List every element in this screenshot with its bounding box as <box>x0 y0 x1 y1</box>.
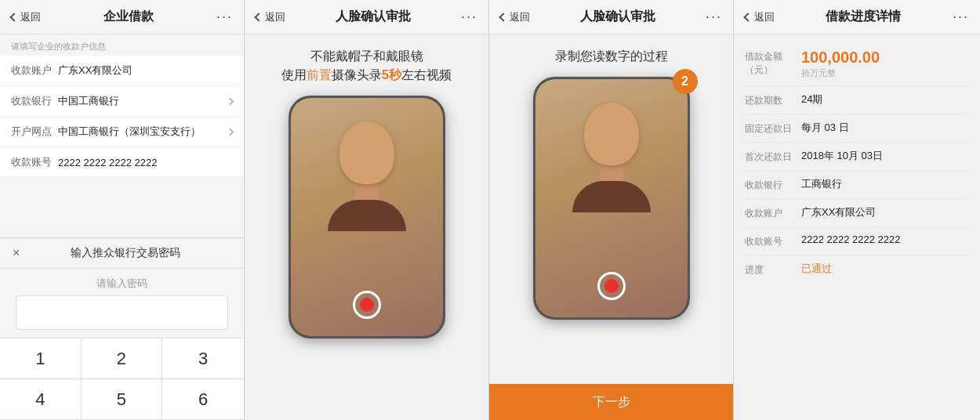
panel2-title: 人脸确认审批 <box>336 9 411 25</box>
label-acctno: 收款账号 <box>11 155 58 169</box>
face1-instr-time: 5秒 <box>382 68 401 81</box>
face1-instr-prefix: 使用 <box>281 68 307 81</box>
numpad-key-3[interactable]: 3 <box>162 339 244 379</box>
prog-row-periods: 还款期数 24期 <box>745 86 969 114</box>
panel4-back-label: 返回 <box>754 10 775 24</box>
value-account: 广东XX有限公司 <box>58 63 233 78</box>
prog-value-amount-wrapper: 100,000.00 拾万元整 <box>801 49 880 79</box>
panel1-header: 返回 企业借款 ··· <box>0 0 244 34</box>
prog-row-recv-acct: 收款账户 广东XX有限公司 <box>745 199 969 227</box>
face2-content: 录制您读数字的过程 2 <box>489 34 733 420</box>
panel1-back-btn[interactable]: 返回 <box>11 10 41 24</box>
numpad-key-2[interactable]: 2 <box>82 339 163 379</box>
panel1-dots[interactable]: ··· <box>216 9 233 25</box>
chevron-left-icon-4 <box>743 13 752 21</box>
prog-label-repay-date: 固定还款日 <box>745 121 801 136</box>
face-shoulders-2 <box>572 181 651 212</box>
face1-instruction-line2: 使用前置摄像头录5秒左右视频 <box>281 66 452 85</box>
pw-input-box[interactable] <box>16 295 228 330</box>
panel-enterprise-loan: 返回 企业借款 ··· 请填写企业的收款户信息 收款账户 广东XX有限公司 收款… <box>0 0 245 420</box>
numpad-key-6[interactable]: 6 <box>162 379 244 420</box>
record-button-2[interactable] <box>597 272 626 300</box>
face2-instruction: 录制您读数字的过程 <box>555 47 668 66</box>
panel3-header: 返回 人脸确认审批 ··· <box>489 0 733 34</box>
panel2-header: 返回 人脸确认审批 ··· <box>245 0 488 34</box>
prog-value-recv-bank: 工商银行 <box>801 177 969 191</box>
prog-value-repay-date: 每月 03 日 <box>801 121 969 135</box>
pw-hint: 请输入密码 <box>0 269 244 295</box>
arrow-icon-branch <box>227 128 234 136</box>
prog-row-recv-bank: 收款银行 工商银行 <box>745 171 969 199</box>
prog-row-first-repay: 首次还款日 2018年 10月 03日 <box>745 143 969 171</box>
panel4-header: 返回 借款进度详情 ··· <box>734 0 980 34</box>
panel2-back-btn[interactable]: 返回 <box>256 10 285 24</box>
face-head-1 <box>339 121 394 184</box>
value-bank: 中国工商银行 <box>58 94 227 108</box>
panel3-dots[interactable]: ··· <box>706 9 722 25</box>
chevron-left-icon-3 <box>499 13 507 21</box>
pw-close-btn[interactable]: × <box>13 246 20 260</box>
info-row-acctno: 收款账号 2222 2222 2222 2222 <box>0 147 244 178</box>
label-account: 收款账户 <box>11 63 58 78</box>
prog-label-recv-acct: 收款账户 <box>745 205 801 220</box>
next-step-btn[interactable]: 下一步 <box>489 384 733 420</box>
numpad-key-1[interactable]: 1 <box>0 339 82 379</box>
panel1-subtitle: 请填写企业的收款户信息 <box>0 34 244 56</box>
phone-screen-2 <box>535 79 688 317</box>
panel-face-2: 返回 人脸确认审批 ··· 录制您读数字的过程 <box>489 0 734 420</box>
face2-instruction-text: 录制您读数字的过程 <box>555 47 668 66</box>
face1-instr-mid: 摄像头录 <box>332 68 382 81</box>
face-silhouette-2 <box>576 103 647 193</box>
value-acctno: 2222 2222 2222 2222 <box>58 157 233 168</box>
numpad-key-5[interactable]: 5 <box>82 379 163 420</box>
prog-label-first-repay: 首次还款日 <box>745 149 801 164</box>
prog-row-status: 进度 已通过 <box>745 255 969 283</box>
chevron-left-icon-2 <box>254 13 263 21</box>
prog-label-recv-no: 收款账号 <box>745 234 801 248</box>
password-dialog: × 输入推众银行交易密码 请输入密码 1 2 3 4 5 6 <box>0 237 244 420</box>
panel3-back-btn[interactable]: 返回 <box>500 10 530 24</box>
chevron-left-icon <box>9 13 18 21</box>
record-btn-inner-1 <box>360 298 374 312</box>
record-button-1[interactable] <box>353 291 381 319</box>
panel4-dots[interactable]: ··· <box>953 9 969 25</box>
numpad: 1 2 3 4 5 6 <box>0 338 244 420</box>
phone-screen-1 <box>291 98 443 336</box>
panel3-back-label: 返回 <box>510 10 530 24</box>
panel4-back-btn[interactable]: 返回 <box>745 10 775 24</box>
info-row-account: 收款账户 广东XX有限公司 <box>0 56 244 86</box>
prog-label-status: 进度 <box>745 262 801 277</box>
info-row-branch[interactable]: 开户网点 中国工商银行（深圳宝安支行） <box>0 117 244 147</box>
label-branch: 开户网点 <box>11 125 58 139</box>
face1-instr-highlight: 前置 <box>307 68 332 81</box>
face-silhouette-1 <box>332 121 402 212</box>
phone-mockup-1 <box>289 96 445 339</box>
pw-dialog-title: 输入推众银行交易密码 <box>71 246 180 260</box>
pw-dialog-header: × 输入推众银行交易密码 <box>0 238 244 269</box>
phone-mockup-2 <box>533 77 690 320</box>
face-neck-2 <box>600 165 623 181</box>
panel3-title: 人脸确认审批 <box>580 9 655 25</box>
progress-content: 借款金额（元） 100,000.00 拾万元整 还款期数 24期 固定还款日 每… <box>734 34 980 291</box>
prog-row-recv-no: 收款账号 2222 2222 2222 2222 <box>745 227 969 255</box>
panel2-back-label: 返回 <box>265 10 285 24</box>
prog-value-periods: 24期 <box>801 92 969 107</box>
value-branch: 中国工商银行（深圳宝安支行） <box>58 125 227 139</box>
prog-amount-sub: 拾万元整 <box>801 67 880 79</box>
numpad-key-4[interactable]: 4 <box>0 379 82 420</box>
info-row-bank[interactable]: 收款银行 中国工商银行 <box>0 86 244 117</box>
face1-content: 不能戴帽子和戴眼镜 使用前置摄像头录5秒左右视频 <box>245 34 488 420</box>
prog-value-first-repay: 2018年 10月 03日 <box>801 149 969 163</box>
panel1-title: 企业借款 <box>103 9 154 25</box>
panel2-dots[interactable]: ··· <box>461 9 477 25</box>
panel-face-1: 返回 人脸确认审批 ··· 不能戴帽子和戴眼镜 使用前置摄像头录5秒左右视频 <box>245 0 489 420</box>
step-badge: 2 <box>673 69 698 94</box>
record-btn-inner-2 <box>604 279 619 293</box>
face1-instruction: 不能戴帽子和戴眼镜 使用前置摄像头录5秒左右视频 <box>281 47 452 85</box>
face-shoulders-1 <box>328 200 406 231</box>
phone-wrapper-2: 2 <box>533 77 690 320</box>
prog-label-periods: 还款期数 <box>745 92 801 107</box>
face1-instr-suffix: 左右视频 <box>401 68 452 81</box>
prog-amount: 100,000.00 <box>801 49 880 66</box>
face-neck-1 <box>355 184 379 200</box>
